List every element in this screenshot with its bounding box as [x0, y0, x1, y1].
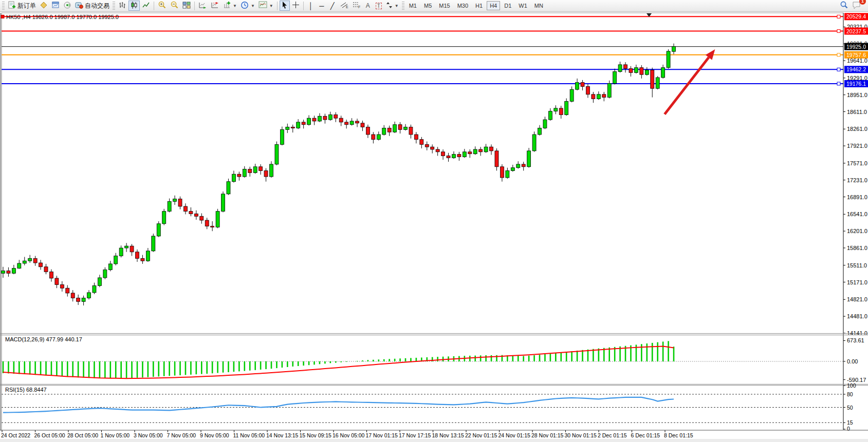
candle-body — [49, 272, 53, 278]
time-tick-label: 26 Oct 05:00 — [34, 432, 65, 438]
timeframe-button-M30[interactable]: M30 — [454, 1, 471, 10]
notification-badge[interactable]: 1 — [859, 0, 866, 5]
autotrading-button[interactable]: 自动交易 — [73, 1, 111, 11]
timeframe-button-D1[interactable]: D1 — [501, 1, 514, 10]
zoom-out-button[interactable] — [169, 1, 180, 11]
candle-body — [576, 83, 579, 90]
macd-label: MACD(12,26,9) 477.99 440.17 — [5, 336, 82, 342]
candle-body — [162, 212, 166, 224]
new-order-button[interactable]: 新订单 — [6, 1, 38, 11]
line-chart-icon — [142, 1, 150, 11]
candle-body — [44, 267, 48, 272]
candle-body — [592, 94, 595, 99]
line-handle[interactable] — [837, 15, 840, 18]
timeframe-button-M15[interactable]: M15 — [436, 1, 453, 10]
candle-body — [312, 118, 316, 121]
search-button[interactable] — [838, 1, 850, 11]
chart-area[interactable]: HK50 ,H4 19826.0 19987.0 19770.0 19925.0… — [0, 12, 868, 442]
time-tick-label: 28 Oct 05:00 — [67, 432, 98, 438]
timeframe-button-W1[interactable]: W1 — [515, 1, 530, 10]
line-handle[interactable] — [837, 82, 840, 85]
candle-body — [152, 236, 155, 251]
line-handle[interactable] — [837, 53, 840, 56]
indicators-button[interactable]: ▼ — [221, 1, 238, 11]
arrows-button[interactable]: ▼ — [384, 1, 400, 11]
chart-canvas[interactable]: 20321.019981.019641.019291.018951.018611… — [0, 12, 868, 442]
horizontal-line-button[interactable]: ─ — [317, 1, 327, 11]
line-chart-button[interactable] — [140, 1, 152, 11]
candle-body — [334, 114, 338, 118]
candle-body — [645, 70, 649, 75]
candle-body — [463, 152, 466, 157]
vertical-line-button[interactable]: │ — [306, 1, 316, 11]
candle-body — [634, 68, 638, 73]
candle-body — [103, 270, 107, 278]
templates-button[interactable]: ▼ — [257, 1, 275, 11]
text-label-button[interactable]: T — [374, 1, 384, 11]
horizontal-line-icon: ─ — [319, 3, 324, 9]
candle-body — [221, 194, 225, 212]
time-tick-label: 24 Nov 01:15 — [498, 432, 531, 438]
text-button[interactable]: A — [363, 1, 373, 11]
candle-body — [414, 134, 418, 140]
timeframe-button-MN[interactable]: MN — [531, 1, 546, 10]
candle-body — [328, 114, 332, 120]
candle-body — [237, 174, 241, 177]
auto-scroll-button[interactable] — [197, 1, 209, 11]
search-icon — [840, 1, 848, 11]
candle-body — [629, 69, 633, 73]
cursor-button[interactable] — [280, 1, 290, 11]
line-handle[interactable] — [1, 15, 4, 18]
candle-body — [77, 298, 80, 302]
candle-body — [409, 127, 413, 134]
candle-body — [532, 134, 536, 151]
time-tick-label: 3 Nov 05:00 — [134, 432, 163, 438]
new-chart-button[interactable] — [50, 1, 61, 11]
new-order-label: 新订单 — [17, 2, 36, 10]
candlestick-chart-button[interactable] — [128, 1, 140, 11]
timeframe-button-H1[interactable]: H1 — [472, 1, 486, 10]
candle-body — [420, 140, 423, 145]
timeframe-button-H4[interactable]: H4 — [487, 1, 500, 10]
chart-shift-button[interactable] — [209, 1, 221, 11]
candle-body — [345, 122, 348, 125]
candle-body — [506, 170, 509, 178]
candle-body — [87, 293, 91, 298]
axis-tick-label: 15861.0 — [847, 245, 867, 251]
equidistant-channel-button[interactable]: E — [338, 1, 350, 11]
bar-chart-button[interactable] — [117, 1, 128, 11]
time-tick-label: 15 Nov 09:15 — [300, 432, 332, 438]
candle-body — [141, 258, 144, 261]
candle-body — [656, 78, 659, 88]
trendline-button[interactable]: ╱ — [327, 1, 338, 11]
cursor-icon — [281, 1, 288, 10]
periods-button[interactable]: ▼ — [239, 1, 256, 11]
tile-windows-button[interactable] — [181, 1, 192, 11]
rsi-axis-label: 80 — [847, 391, 853, 397]
toolbar-grip[interactable] — [2, 2, 5, 10]
vertical-line-icon: │ — [309, 3, 313, 9]
candle-body — [479, 149, 483, 152]
candle-body — [33, 258, 37, 263]
timeframe-button-M1[interactable]: M1 — [406, 1, 420, 10]
axis-tick-label: 16201.0 — [847, 228, 867, 234]
candle-body — [672, 47, 676, 52]
candle-body — [17, 263, 21, 268]
auto-scroll-icon — [198, 1, 207, 11]
timeframe-button-M5[interactable]: M5 — [421, 1, 435, 10]
toolbar-grip[interactable] — [402, 2, 404, 10]
zoom-in-button[interactable] — [156, 1, 168, 11]
candle-body — [366, 127, 370, 134]
line-handle[interactable] — [837, 30, 840, 33]
signals-button[interactable] — [62, 1, 73, 11]
candle-body — [356, 121, 359, 123]
toolbar-grip[interactable] — [113, 2, 115, 10]
axis-tick-label: 17231.0 — [847, 177, 867, 183]
fibonacci-button[interactable]: F — [350, 1, 362, 11]
candle-body — [511, 168, 514, 171]
metaeditor-button[interactable] — [38, 1, 49, 11]
candle-body — [339, 118, 343, 122]
line-handle[interactable] — [837, 68, 840, 71]
crosshair-button[interactable] — [290, 1, 301, 11]
axis-tick-label: 18261.0 — [847, 126, 867, 132]
